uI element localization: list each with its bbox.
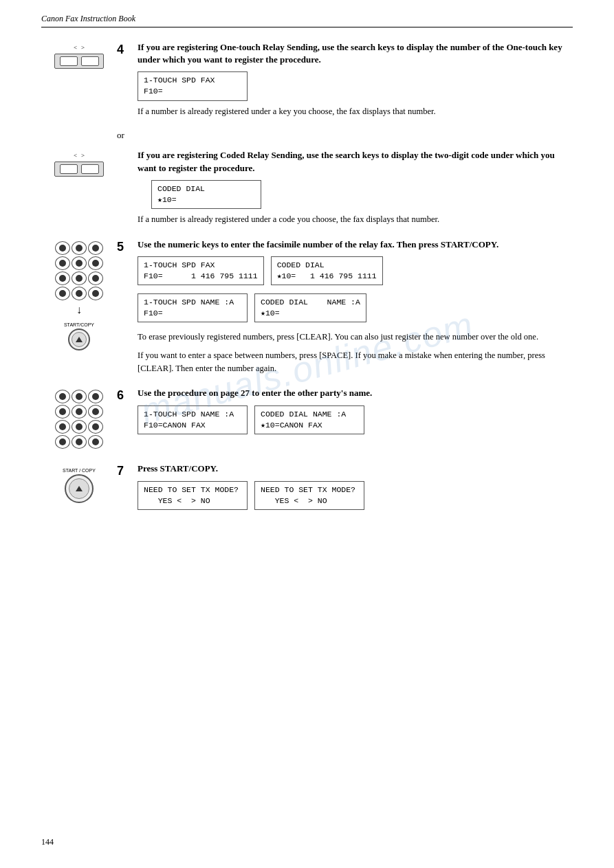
step-4b-lcd: CODED DIAL ★10= [151,180,261,209]
step-5-body1: To erase previously registered numbers, … [138,331,573,344]
key-5 [72,256,87,270]
key-6-1 [55,390,70,403]
start-copy-label-5: START/COPY [64,322,94,327]
key-6-5 [72,405,87,419]
step-4b-content: If you are registering Coded Relay Sendi… [138,149,573,225]
key-hash [88,287,103,300]
lcd-6-1t-line1: 1-TOUCH SPD NAME :A [144,409,241,420]
start-arrow-7 [76,486,83,491]
lcd-5-1tn-line1: 1-TOUCH SPD NAME :A [144,297,241,308]
start-copy-label-7: START / COPY [63,468,96,473]
lcd-5-1t-line1: 1-TOUCH SPD FAX [144,260,258,271]
step-4b-icon: < > [41,149,117,177]
step-4-row: < > 4 If you are registering One-touch R… [41,41,573,118]
key-9 [88,271,103,285]
step-7-icon: START / COPY [41,463,117,503]
key-0 [72,287,87,300]
step-5-lcd-1touch-name: 1-TOUCH SPD NAME :A F10= [138,293,248,322]
step-5-content: Use the numeric keys to enter the facsim… [138,238,573,375]
lcd-7-1-line1: NEED TO SET TX MODE? [144,485,241,496]
step-4-number: 4 [117,41,138,57]
step-4-body: If a number is already registered under … [138,105,573,118]
step-5-lcd-row1: 1-TOUCH SPD FAX F10= 1 416 795 1111 CODE… [138,256,573,289]
left-arrow-label-2: < [74,152,77,159]
lcd-5-cn-line1: CODED DIAL NAME :A [261,297,360,308]
page-footer: 144 [41,837,54,847]
key-6-4 [55,405,70,419]
step-6-number: 6 [117,387,138,403]
page: manuals.online.com Canon Fax Instruction… [0,0,614,868]
lcd-6-1t-line2: F10=CANON FAX [144,420,241,431]
key-6-hash [88,435,103,449]
step-7-lcd-1: NEED TO SET TX MODE? YES < > NO [138,481,248,510]
step-5-icon: ↓ START/COPY [41,238,117,350]
step-6-content: Use the procedure on page 27 to enter th… [138,387,573,442]
search-keys-rect-2 [54,162,104,177]
key-8 [72,271,87,285]
key-7 [55,271,70,285]
start-copy-btn-7 [65,474,94,503]
search-keys-bar-1: < > [74,44,85,51]
page-number: 144 [41,837,54,847]
start-copy-btn-5 [68,329,90,350]
lcd-line2: F10= [144,86,241,97]
step-4-lcd: 1-TOUCH SPD FAX F10= [138,71,248,100]
start-copy-inner-7 [69,478,89,499]
search-key-left-2 [60,164,78,174]
right-arrow-label: > [81,44,85,51]
step-6-icon [41,387,117,449]
numpad-6 [55,390,103,449]
search-key-left [60,56,78,66]
lcd-7-2-line1: NEED TO SET TX MODE? [261,485,358,496]
lcd-5-c-line2: ★10= 1 416 795 1111 [277,271,377,282]
lcd-7-2-line2: YES < > NO [261,496,358,507]
key-3 [88,241,103,255]
start-copy-inner-5 [72,332,87,347]
start-copy-section-5: START/COPY [64,322,94,350]
step-6-lcd-1touch: 1-TOUCH SPD NAME :A F10=CANON FAX [138,405,248,434]
lcd-5-1tn-line2: F10= [144,308,241,319]
key-6-8 [72,420,87,434]
left-arrow-label: < [74,44,77,51]
key-star [55,287,70,300]
step-6-title: Use the procedure on page 27 to enter th… [138,387,573,399]
key-6 [88,256,103,270]
search-key-right [81,56,99,66]
search-keys-bar-2: < > [74,152,85,159]
search-key-right-2 [81,164,99,174]
step-5-lcd-1touch: 1-TOUCH SPD FAX F10= 1 416 795 1111 [138,256,264,285]
step-7-lcd-2: NEED TO SET TX MODE? YES < > NO [254,481,364,510]
step-4-icon: < > [41,41,117,69]
lcd-line1: 1-TOUCH SPD FAX [144,75,241,86]
step-4b-row: < > 4 If you are registering Coded Relay… [41,149,573,225]
header-title: Canon Fax Instruction Book [41,14,135,23]
step-6-lcd-row: 1-TOUCH SPD NAME :A F10=CANON FAX CODED … [138,405,573,438]
lcd-5-c-line1: CODED DIAL [277,260,377,271]
step-6-lcd-coded: CODED DIAL NAME :A ★10=CANON FAX [254,405,364,434]
step-4b-body: If a number is already registered under … [138,213,573,226]
key-2 [72,241,87,255]
key-4 [55,256,70,270]
numpad-5 [55,241,103,300]
step-7-number: 7 [117,463,138,478]
step-7-lcd-row: NEED TO SET TX MODE? YES < > NO NEED TO … [138,481,573,514]
search-keys-rect-1 [54,54,104,69]
step-4-title: If you are registering One-touch Relay S… [138,41,573,66]
lcd-6-c-line1: CODED DIAL NAME :A [261,409,358,420]
step-5-lcd-coded: CODED DIAL ★10= 1 416 795 1111 [271,256,383,285]
step-4-content: If you are registering One-touch Relay S… [138,41,573,118]
key-6-0 [72,435,87,449]
step-5-lcd-coded-name: CODED DIAL NAME :A ★10= [254,293,366,322]
key-1 [55,241,70,255]
step-6-row: 6 Use the procedure on page 27 to enter … [41,387,573,449]
lcd-coded-line2: ★10= [157,194,255,205]
lcd-5-1t-line2: F10= 1 416 795 1111 [144,271,258,282]
key-6-9 [88,420,103,434]
search-keys-icon-2: < > [54,152,104,177]
step-5-row: ↓ START/COPY 5 Use the numeric keys to e… [41,238,573,375]
lcd-coded-line1: CODED DIAL [157,183,255,194]
or-divider: or [117,130,573,141]
down-arrow: ↓ [76,304,82,315]
step-5-lcd-row2: 1-TOUCH SPD NAME :A F10= CODED DIAL NAME… [138,293,573,326]
step-5-title: Use the numeric keys to enter the facsim… [138,238,573,251]
